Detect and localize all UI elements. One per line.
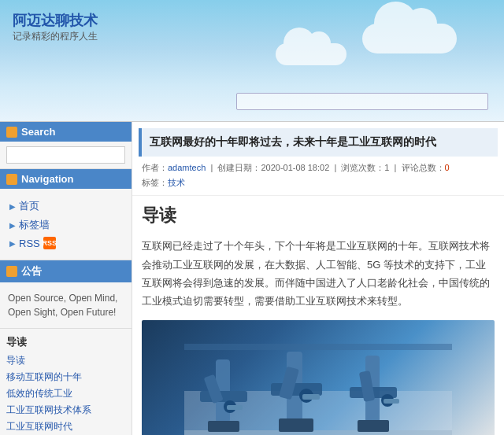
section-heading: 导读: [142, 204, 495, 227]
toc-link-0[interactable]: 导读: [6, 355, 25, 366]
article-title-bar: 互联网最好的十年即将过去，未来十年是工业互联网的时代: [139, 128, 498, 157]
search-widget-body: [0, 142, 132, 168]
toc-section-title: 导读: [6, 335, 125, 349]
tag-link[interactable]: 技术: [168, 178, 185, 187]
robot-illustration: [184, 344, 452, 435]
article-title: 互联网最好的十年即将过去，未来十年是工业互联网的时代: [150, 135, 490, 150]
article-comments: 0: [445, 163, 450, 172]
header-search-bar: [236, 93, 488, 110]
svg-rect-7: [271, 383, 322, 396]
notice-widget-label: 公告: [21, 264, 42, 278]
article-paragraph: 互联网已经走过了十个年头，下个十年将是工业互联网的十年。互联网技术将会推动工业互…: [142, 237, 495, 311]
svg-rect-5: [227, 405, 243, 410]
site-tagline-text: 记录精彩的程序人生: [13, 31, 98, 42]
comments-label: 评论总数：: [402, 163, 445, 172]
notice-widget: 公告 Open Source, Open Mind, Open Sight, O…: [0, 260, 132, 329]
svg-rect-2: [200, 391, 247, 402]
cloud-decoration-2: [276, 43, 346, 65]
nav-list: ▶ 首页 ▶ 标签墙 ▶ RSS RSS: [6, 194, 125, 255]
nav-arrow-tags: ▶: [9, 221, 16, 230]
nav-arrow-rss: ▶: [9, 239, 16, 248]
views-label: 浏览次数：: [341, 163, 384, 172]
toc-link-1[interactable]: 移动互联网的十年: [6, 371, 82, 382]
nav-arrow-home: ▶: [9, 202, 16, 211]
search-widget: Search: [0, 122, 132, 169]
notice-widget-icon: [6, 266, 17, 277]
notice-widget-header: 公告: [0, 260, 132, 282]
site-title-text: 阿迈达聊技术: [13, 13, 98, 28]
notice-text: Open Source, Open Mind, Open Sight, Open…: [6, 287, 125, 323]
toc-section: 导读 导读 移动互联网的十年 低效的传统工业 工业互联网技术体系 工业互联网时代: [0, 329, 132, 435]
navigation-widget-icon: [6, 174, 17, 185]
tags-label: 标签：: [142, 178, 168, 187]
author-label: 作者：: [142, 163, 168, 172]
toc-link-4[interactable]: 工业互联网时代: [6, 421, 72, 432]
toc-list: 导读 移动互联网的十年 低效的传统工业 工业互联网技术体系 工业互联网时代: [6, 352, 125, 435]
article-views: 1: [384, 163, 389, 172]
sidebar: Search Navigation ▶ 首页 ▶ 标: [0, 122, 132, 435]
article-date: 2020-01-08 18:02: [261, 163, 329, 172]
toc-link-3[interactable]: 工业互联网技术体系: [6, 404, 91, 415]
nav-link-rss[interactable]: RSS: [19, 238, 40, 249]
navigation-widget-label: Navigation: [21, 173, 73, 185]
cloud-decoration-1: [362, 24, 457, 53]
page-layout: Search Navigation ▶ 首页 ▶ 标: [0, 122, 504, 435]
svg-rect-15: [384, 399, 399, 404]
nav-item-home: ▶ 首页: [6, 197, 125, 216]
notice-widget-body: Open Source, Open Mind, Open Sight, Open…: [0, 282, 132, 328]
svg-rect-17: [208, 421, 239, 432]
toc-link-2[interactable]: 低效的传统工业: [6, 388, 72, 399]
site-header: 阿迈达聊技术 记录精彩的程序人生: [0, 0, 504, 122]
article-body: 导读 互联网已经走过了十个年头，下个十年将是工业互联网的十年。互联网技术将会推动…: [132, 196, 504, 435]
toc-item-0: 导读: [6, 352, 125, 369]
search-widget-label: Search: [21, 126, 55, 138]
article-meta: 作者：adamtech | 创建日期：2020-01-08 18:02 | 浏览…: [132, 157, 504, 197]
nav-item-tags: ▶ 标签墙: [6, 216, 125, 234]
author-link[interactable]: adamtech: [168, 163, 206, 172]
robot-image: [142, 320, 495, 435]
nav-item-rss: ▶ RSS RSS: [6, 234, 125, 252]
date-label: 创建日期：: [217, 163, 261, 172]
toc-item-2: 低效的传统工业: [6, 385, 125, 402]
svg-rect-20: [184, 344, 452, 350]
navigation-widget-header: Navigation: [0, 169, 132, 189]
search-input[interactable]: [6, 146, 125, 164]
rss-icon[interactable]: RSS: [43, 237, 56, 249]
toc-item-1: 移动互联网的十年: [6, 369, 125, 385]
search-widget-header: Search: [0, 122, 132, 142]
nav-link-tags[interactable]: 标签墙: [19, 218, 50, 232]
navigation-widget: Navigation ▶ 首页 ▶ 标签墙 ▶ RSS RSS: [0, 169, 132, 260]
search-widget-icon: [6, 127, 17, 138]
svg-rect-10: [302, 394, 320, 400]
svg-rect-18: [279, 418, 313, 432]
toc-item-4: 工业互联网时代: [6, 418, 125, 435]
main-content: 互联网最好的十年即将过去，未来十年是工业互联网的时代 作者：adamtech |…: [132, 122, 504, 435]
svg-rect-19: [358, 420, 389, 432]
navigation-widget-body: ▶ 首页 ▶ 标签墙 ▶ RSS RSS: [0, 189, 132, 260]
toc-item-3: 工业互联网技术体系: [6, 402, 125, 418]
nav-link-home[interactable]: 首页: [19, 199, 39, 213]
